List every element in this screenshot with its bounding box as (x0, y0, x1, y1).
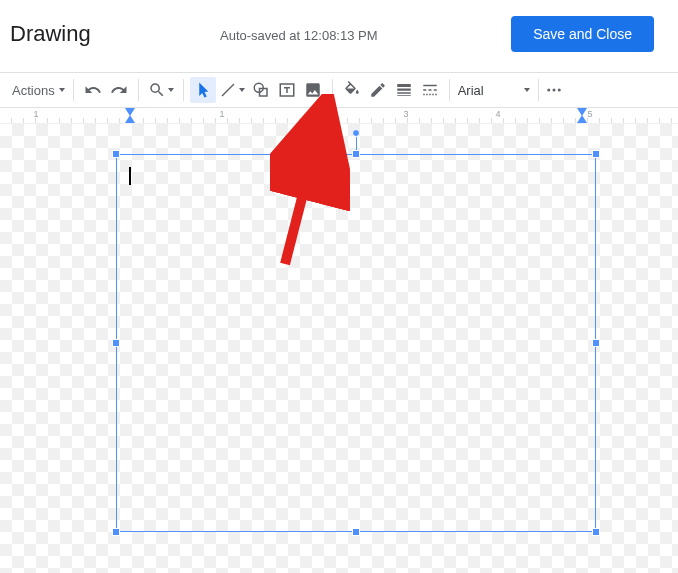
more-horizontal-icon (545, 81, 563, 99)
border-dash-icon (421, 81, 439, 99)
redo-button[interactable] (106, 77, 132, 103)
font-name: Arial (458, 83, 484, 98)
zoom-icon (148, 81, 166, 99)
autosave-status: Auto-saved at 12:08:13 PM (220, 28, 378, 43)
resize-handle-se[interactable] (592, 528, 600, 536)
line-icon (219, 81, 237, 99)
rotation-handle[interactable] (352, 129, 360, 137)
caret-down-icon (168, 88, 174, 92)
border-color-button[interactable] (365, 77, 391, 103)
svg-point-3 (547, 89, 550, 92)
shape-icon (252, 81, 270, 99)
actions-label: Actions (12, 83, 55, 98)
image-tool-button[interactable] (300, 77, 326, 103)
resize-handle-sw[interactable] (112, 528, 120, 536)
horizontal-ruler[interactable]: 1 1 2 3 4 5 (0, 108, 678, 124)
selected-textbox[interactable] (116, 154, 596, 532)
rotation-connector (356, 135, 357, 151)
ruler-margin-left-marker[interactable] (125, 115, 135, 123)
text-cursor (129, 167, 131, 185)
drawing-canvas[interactable] (0, 124, 678, 573)
textbox-icon (278, 81, 296, 99)
save-and-close-button[interactable]: Save and Close (511, 16, 654, 52)
paint-bucket-icon (343, 81, 361, 99)
border-dash-button[interactable] (417, 77, 443, 103)
line-weight-icon (395, 81, 413, 99)
select-tool-button[interactable] (190, 77, 216, 103)
resize-handle-s[interactable] (352, 528, 360, 536)
border-weight-button[interactable] (391, 77, 417, 103)
font-selector[interactable]: Arial (452, 83, 536, 98)
toolbar: Actions (0, 73, 678, 108)
redo-icon (110, 81, 128, 99)
undo-button[interactable] (80, 77, 106, 103)
caret-down-icon (239, 88, 245, 92)
svg-point-5 (557, 89, 560, 92)
resize-handle-ne[interactable] (592, 150, 600, 158)
actions-menu-button[interactable]: Actions (6, 79, 71, 102)
undo-icon (84, 81, 102, 99)
resize-handle-w[interactable] (112, 339, 120, 347)
svg-point-4 (552, 89, 555, 92)
pencil-icon (369, 81, 387, 99)
caret-down-icon (59, 88, 65, 92)
textbox-tool-button[interactable] (274, 77, 300, 103)
cursor-icon (194, 81, 212, 99)
dialog-header: Drawing Auto-saved at 12:08:13 PM Save a… (0, 0, 678, 73)
resize-handle-e[interactable] (592, 339, 600, 347)
zoom-button[interactable] (145, 77, 177, 103)
shape-tool-button[interactable] (248, 77, 274, 103)
resize-handle-n[interactable] (352, 150, 360, 158)
fill-color-button[interactable] (339, 77, 365, 103)
resize-handle-nw[interactable] (112, 150, 120, 158)
ruler-margin-right-marker[interactable] (577, 115, 587, 123)
line-tool-button[interactable] (216, 77, 248, 103)
more-options-button[interactable] (541, 77, 567, 103)
caret-down-icon (524, 88, 530, 92)
dialog-title: Drawing (10, 21, 91, 47)
image-icon (304, 81, 322, 99)
